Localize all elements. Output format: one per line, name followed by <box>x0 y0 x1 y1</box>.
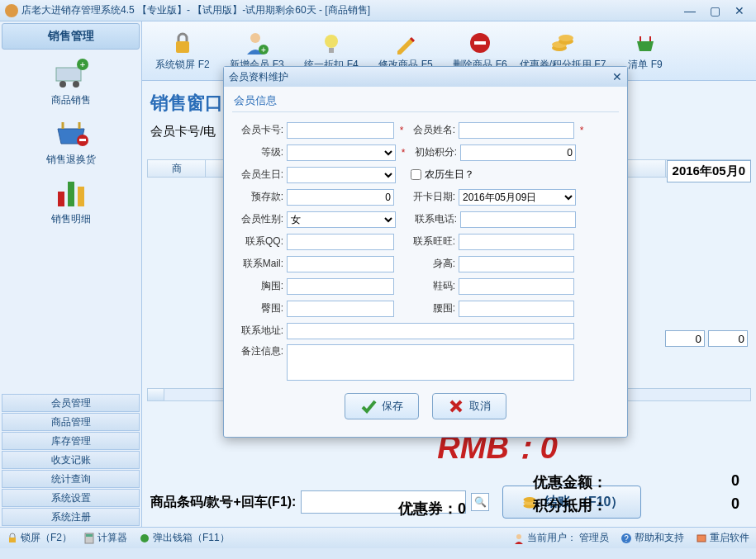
label-level: 等级: <box>234 145 283 159</box>
label-chest: 胸围: <box>234 279 283 293</box>
label-deposit: 预存款: <box>234 190 283 204</box>
input-height[interactable] <box>459 256 574 272</box>
label-mail: 联系Mail: <box>234 257 283 271</box>
select-level[interactable] <box>287 144 396 161</box>
input-init-points[interactable] <box>460 144 576 161</box>
label-height: 身高: <box>409 257 455 271</box>
label-hip: 臀围: <box>234 301 283 315</box>
label-wangwang: 联系旺旺: <box>409 234 455 249</box>
label-address: 联系地址: <box>234 324 283 338</box>
label-name: 会员姓名: <box>409 123 455 137</box>
input-mail[interactable] <box>287 256 394 272</box>
label-gender: 会员性别: <box>234 212 283 226</box>
cancel-button[interactable]: 取消 <box>432 393 506 419</box>
check-icon <box>360 398 377 415</box>
input-card-no[interactable] <box>287 122 394 139</box>
x-icon <box>448 398 464 415</box>
input-address[interactable] <box>287 323 574 339</box>
input-phone[interactable] <box>460 211 576 228</box>
label-phone: 联系电话: <box>411 212 457 226</box>
input-deposit[interactable] <box>287 189 394 206</box>
input-remark[interactable] <box>287 344 574 381</box>
label-waist: 腰围: <box>409 301 455 315</box>
member-edit-dialog: 会员资料维护 ✕ 会员信息 会员卡号: * 会员姓名: * 等级: * 初始积分… <box>223 66 628 438</box>
input-hip[interactable] <box>287 301 394 317</box>
save-button[interactable]: 保存 <box>345 393 419 419</box>
label-card-no: 会员卡号: <box>234 123 283 137</box>
label-qq: 联系QQ: <box>234 234 283 249</box>
select-birthday[interactable] <box>287 167 396 183</box>
input-chest[interactable] <box>287 278 394 295</box>
label-shoe: 鞋码: <box>409 279 455 293</box>
modal-overlay: 会员资料维护 ✕ 会员信息 会员卡号: * 会员姓名: * 等级: * 初始积分… <box>0 0 756 559</box>
label-open-date: 开卡日期: <box>409 190 455 204</box>
input-waist[interactable] <box>459 301 574 317</box>
dialog-title: 会员资料维护 <box>229 70 288 84</box>
dialog-section-label: 会员信息 <box>224 87 627 111</box>
input-wangwang[interactable] <box>459 234 574 250</box>
label-remark: 备注信息: <box>234 344 283 358</box>
input-shoe[interactable] <box>459 278 574 295</box>
select-gender[interactable]: 女 <box>287 211 396 228</box>
input-name[interactable] <box>459 122 574 139</box>
dialog-close-button[interactable]: ✕ <box>612 70 622 83</box>
input-qq[interactable] <box>287 234 394 250</box>
checkbox-lunar[interactable] <box>411 169 421 180</box>
label-lunar: 农历生日？ <box>425 168 474 182</box>
select-open-date[interactable]: 2016年05月09日 <box>459 189 576 206</box>
label-init-points: 初始积分: <box>411 145 457 159</box>
label-birthday: 会员生日: <box>234 168 283 182</box>
